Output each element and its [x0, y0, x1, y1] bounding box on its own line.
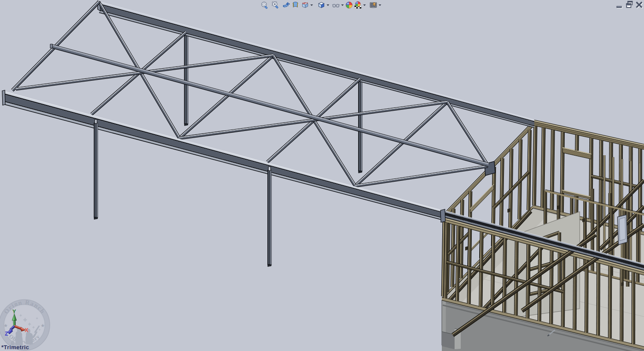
- edit-appearance-icon: [345, 1, 353, 9]
- viewport-canvas[interactable]: Orion Ranch Observatory ★ ★ Y X Z: [0, 0, 644, 351]
- dropdown-arrow-icon[interactable]: [341, 4, 344, 6]
- watermark-star-left: ★: [4, 323, 8, 328]
- zoom-to-fit-icon: [261, 1, 268, 9]
- watermark-logo: Orion Ranch Observatory ★ ★: [0, 299, 50, 351]
- apply-scene-icon: [354, 1, 362, 9]
- toolbar-button-hide-show-items[interactable]: [332, 1, 340, 9]
- dropdown-arrow-icon[interactable]: [363, 4, 366, 6]
- view-settings-icon: [370, 1, 377, 9]
- watermark-star-right: ★: [41, 323, 45, 328]
- toolbar-button-edit-appearance[interactable]: [345, 1, 353, 9]
- toolbar-button-zoom-to-area[interactable]: [272, 1, 279, 9]
- restore-button[interactable]: [625, 1, 633, 8]
- display-style-icon: [318, 1, 325, 9]
- triad-z-label: Z: [5, 331, 8, 337]
- minimize-button[interactable]: [616, 3, 624, 11]
- dropdown-arrow-icon[interactable]: [326, 4, 329, 6]
- toolbar-button-apply-scene[interactable]: [354, 1, 362, 9]
- viewport-3d[interactable]: Orion Ranch Observatory ★ ★ Y X Z: [0, 0, 644, 351]
- triad-y-label: Y: [12, 309, 16, 315]
- toolbar-button-view-settings[interactable]: [370, 1, 377, 9]
- window-controls: [616, 0, 644, 9]
- toolbar-button-previous-view[interactable]: [283, 1, 290, 9]
- hide-show-items-icon: [332, 1, 340, 9]
- view-orientation-icon: [301, 1, 309, 9]
- toolbar-button-display-style[interactable]: [318, 1, 325, 9]
- toolbar-button-section-view[interactable]: [292, 1, 299, 9]
- toolbar-button-zoom-to-fit[interactable]: [261, 1, 268, 9]
- toolbar-button-view-orientation[interactable]: [301, 1, 309, 9]
- dropdown-arrow-icon[interactable]: [310, 4, 313, 6]
- view-toolbar: [0, 0, 644, 11]
- close-button[interactable]: [636, 1, 644, 8]
- triad-x-label: X: [25, 327, 29, 333]
- section-view-icon: [292, 1, 299, 9]
- zoom-to-area-icon: [272, 1, 279, 9]
- view-orientation-label: *Trimetric: [1, 344, 29, 351]
- previous-view-icon: [283, 1, 290, 9]
- dropdown-arrow-icon[interactable]: [378, 4, 381, 6]
